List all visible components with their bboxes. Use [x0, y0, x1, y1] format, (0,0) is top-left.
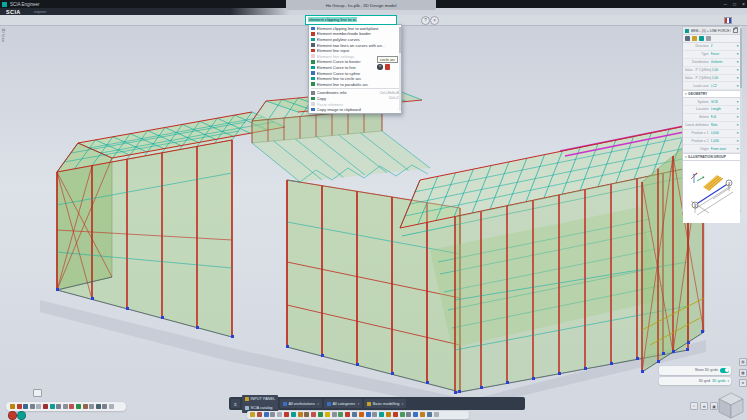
- illustration-section-header[interactable]: ILLUSTRATION GROUP: [683, 153, 740, 161]
- input-tool-icon[interactable]: [325, 412, 330, 417]
- input-tool-icon[interactable]: [311, 412, 316, 417]
- snap-mode-icon[interactable]: [109, 404, 114, 409]
- close-window-button[interactable]: ×: [742, 0, 745, 8]
- property-row[interactable]: Location Length ▾: [683, 106, 740, 114]
- input-tool-icon[interactable]: [434, 412, 439, 417]
- navigation-cube[interactable]: [716, 390, 746, 420]
- property-row[interactable]: Distribution Uniform ▾: [683, 59, 740, 67]
- menu-item[interactable]: Coordinates info Ctrl+Shift+B: [309, 90, 401, 96]
- snap-mode-icon[interactable]: [76, 404, 81, 409]
- snap-mode-icon[interactable]: [50, 404, 55, 409]
- menu-item[interactable]: Element line input: [309, 48, 401, 54]
- show-3d-grids-toggle[interactable]: [720, 368, 729, 373]
- help-button[interactable]: ?: [421, 16, 430, 25]
- language-flag-icon[interactable]: [724, 17, 732, 24]
- menu-item[interactable]: Element two lines on curves with an...: [309, 42, 401, 48]
- input-tool-icon[interactable]: [338, 412, 343, 417]
- document-tab[interactable]: Ho Group - hs.plb - 3D Design model: [286, 0, 436, 10]
- snap-mode-icon[interactable]: [56, 404, 61, 409]
- property-row[interactable]: Direction Z ▾: [683, 43, 740, 51]
- snap-mode-icon[interactable]: [36, 404, 41, 409]
- snap-mode-icon[interactable]: [30, 404, 35, 409]
- bottom-bar-dropdown[interactable]: All categories: [324, 399, 362, 408]
- hamburger-icon[interactable]: ≡: [231, 399, 240, 408]
- input-tool-icon[interactable]: [318, 412, 323, 417]
- confirm-command-icon[interactable]: [17, 411, 26, 420]
- close-search-button[interactable]: ×: [430, 16, 439, 25]
- input-tool-icon[interactable]: [250, 412, 255, 417]
- snap-mode-icon[interactable]: [102, 404, 107, 409]
- property-row[interactable]: Position x 1 0,000 ▾: [683, 130, 740, 138]
- panel-scrollbar[interactable]: [740, 26, 742, 210]
- input-tool-icon[interactable]: [386, 412, 391, 417]
- property-row[interactable]: Extent Full ▾: [683, 114, 740, 122]
- input-tool-icon[interactable]: [406, 412, 411, 417]
- snap-mode-icon[interactable]: [96, 404, 101, 409]
- input-tool-icon[interactable]: [345, 412, 350, 417]
- snap-mode-icon[interactable]: [10, 404, 15, 409]
- input-tool-icon[interactable]: [298, 412, 303, 417]
- stop-command-icon[interactable]: [8, 411, 17, 420]
- tooltip-help-icon[interactable]: ?: [377, 64, 383, 70]
- grid-icon[interactable]: ▦: [739, 369, 747, 377]
- property-row[interactable]: Position x 2 1,000 ▾: [683, 138, 740, 146]
- snap-mode-icon[interactable]: [69, 404, 74, 409]
- fit-view-icon[interactable]: ⊕: [700, 402, 708, 410]
- property-row[interactable]: Type Force ▾: [683, 51, 740, 59]
- minimize-button[interactable]: ─: [724, 0, 728, 8]
- property-row[interactable]: Coord. definition Rela ▾: [683, 122, 740, 130]
- bottom-bar-dropdown[interactable]: Basic modelling: [364, 399, 406, 408]
- snap-mode-icon[interactable]: [43, 404, 48, 409]
- input-tool-icon[interactable]: [257, 412, 262, 417]
- input-tool-icon[interactable]: [277, 412, 282, 417]
- menu-scrollbar[interactable]: [399, 27, 401, 111]
- property-row[interactable]: Load case LC2 ▾: [683, 82, 740, 90]
- input-tool-icon[interactable]: [413, 412, 418, 417]
- layers-icon[interactable]: ▤: [739, 358, 747, 366]
- bottom-bar-tab[interactable]: INPUT PANEL: [242, 395, 278, 404]
- input-tool-icon[interactable]: [270, 412, 275, 417]
- input-tool-icon[interactable]: [427, 412, 432, 417]
- property-row[interactable]: Value - P 1 [kN/m] -1,00 ▾: [683, 67, 740, 75]
- menu-item[interactable]: Element line to parabolic arc: [309, 81, 401, 87]
- property-row[interactable]: Value - P 2 [kN/m] -1,00 ▾: [683, 75, 740, 83]
- snap-mode-icon[interactable]: [63, 404, 68, 409]
- property-row[interactable]: Origin From start ▾: [683, 145, 740, 153]
- snap-mode-icon[interactable]: [89, 404, 94, 409]
- properties-tab-icon[interactable]: [692, 36, 697, 41]
- properties-tab-icon[interactable]: [699, 36, 704, 41]
- input-tool-icon[interactable]: [400, 412, 405, 417]
- input-tool-icon[interactable]: [291, 412, 296, 417]
- input-tool-icon[interactable]: [352, 412, 357, 417]
- snap-settings-icon[interactable]: [33, 389, 42, 397]
- menu-item[interactable]: Element polyline curves: [309, 37, 401, 43]
- menu-item[interactable]: Copy image to clipboard: [309, 107, 401, 113]
- input-tool-icon[interactable]: [372, 412, 377, 417]
- input-tool-icon[interactable]: [359, 412, 364, 417]
- search-input[interactable]: element clipping line to w: [305, 15, 397, 25]
- input-tool-icon[interactable]: [284, 412, 289, 417]
- menu-item[interactable]: Element member/node border: [309, 31, 401, 37]
- menu-item[interactable]: Element line to circle arc: [309, 76, 401, 82]
- 3d-grid-value[interactable]: 3D grids: [712, 379, 725, 383]
- snap-mode-icon[interactable]: [83, 404, 88, 409]
- tooltip-delete-icon[interactable]: [385, 64, 390, 70]
- snap-mode-icon[interactable]: [17, 404, 22, 409]
- snap-mode-icon[interactable]: [23, 404, 28, 409]
- zoom-icon[interactable]: ⌕: [690, 402, 698, 410]
- menu-item[interactable]: Element Curve to spline: [309, 70, 401, 76]
- lock-icon[interactable]: [733, 28, 739, 33]
- input-tool-icon[interactable]: [366, 412, 371, 417]
- cursor-icon[interactable]: ➤: [739, 379, 747, 387]
- menu-item[interactable]: Element clipping line to workplane: [309, 26, 401, 32]
- input-tool-icon[interactable]: [264, 412, 269, 417]
- input-tool-icon[interactable]: [420, 412, 425, 417]
- bottom-bar-dropdown[interactable]: All workstations: [280, 399, 322, 408]
- input-tool-icon[interactable]: [393, 412, 398, 417]
- input-tool-icon[interactable]: [304, 412, 309, 417]
- property-row[interactable]: System GCS ▾: [683, 98, 740, 106]
- properties-tab-icon[interactable]: [685, 36, 690, 41]
- input-tool-icon[interactable]: [332, 412, 337, 417]
- menu-item[interactable]: Paste element: [309, 101, 401, 107]
- maximize-button[interactable]: □: [733, 0, 736, 8]
